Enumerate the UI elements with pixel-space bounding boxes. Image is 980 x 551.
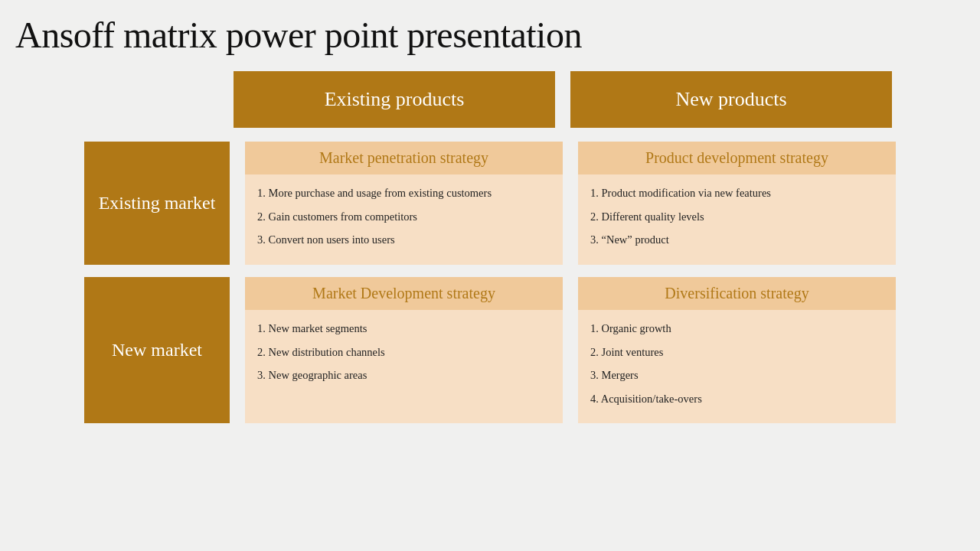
- list-item: 4. Acquisition/take-overs: [590, 390, 884, 409]
- new-products-header: New products: [570, 71, 892, 128]
- list-item: 2. Gain customers from competitors: [257, 207, 550, 227]
- market-penetration-title: Market penetration strategy: [245, 142, 563, 174]
- product-development-title: Product development strategy: [578, 142, 896, 174]
- list-item: 3. Mergers: [590, 366, 884, 385]
- list-item: 1. Product modification via new features: [590, 184, 884, 203]
- diversification-list: 1. Organic growth 2. Joint ventures 3. M…: [578, 319, 896, 409]
- list-item: 2. New distribution channels: [257, 343, 550, 362]
- new-market-row: New market Market Development strategy 1…: [84, 277, 896, 424]
- list-item: 1. More purchase and usage from existing…: [257, 184, 550, 203]
- diversification-cell: Diversification strategy 1. Organic grow…: [578, 277, 896, 424]
- market-penetration-cell: Market penetration strategy 1. More purc…: [245, 142, 563, 265]
- product-development-list: 1. Product modification via new features…: [578, 184, 896, 249]
- list-item: 1. Organic growth: [590, 319, 884, 338]
- existing-market-row: Existing market Market penetration strat…: [84, 142, 896, 265]
- list-item: 3. New geographic areas: [257, 366, 550, 385]
- list-item: 3. “New” product: [590, 230, 884, 249]
- product-header-row: Existing products New products: [234, 71, 892, 128]
- existing-products-header: Existing products: [234, 71, 555, 128]
- existing-market-label: Existing market: [84, 142, 230, 265]
- list-item: 1. New market segments: [257, 319, 550, 338]
- matrix-data-rows: Existing market Market penetration strat…: [84, 142, 896, 423]
- market-penetration-list: 1. More purchase and usage from existing…: [245, 184, 563, 249]
- market-development-cell: Market Development strategy 1. New marke…: [245, 277, 563, 424]
- product-development-cell: Product development strategy 1. Product …: [578, 142, 896, 265]
- new-market-label: New market: [84, 277, 230, 424]
- list-item: 2. Different quality levels: [590, 207, 884, 227]
- diversification-title: Diversification strategy: [578, 277, 896, 310]
- market-development-title: Market Development strategy: [245, 277, 563, 310]
- page-title: Ansoff matrix power point presentation: [0, 0, 980, 56]
- list-item: 3. Convert non users into users: [257, 230, 550, 249]
- ansoff-matrix: Existing products New products Existing …: [0, 71, 980, 423]
- market-development-list: 1. New market segments 2. New distributi…: [245, 319, 563, 385]
- list-item: 2. Joint ventures: [590, 343, 884, 362]
